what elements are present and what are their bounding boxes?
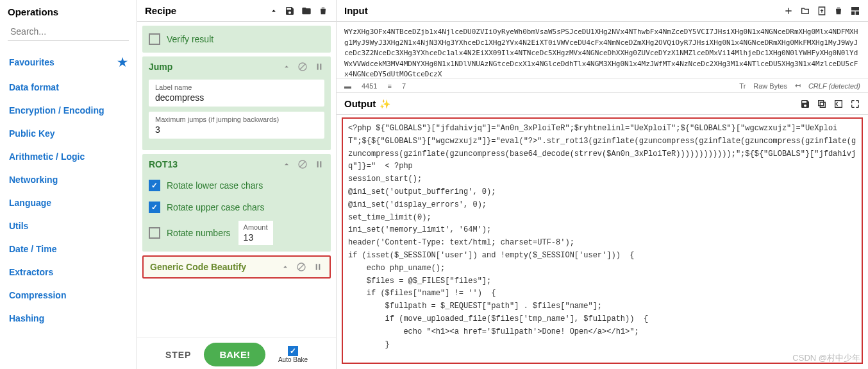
save-icon[interactable] xyxy=(285,6,295,16)
svg-rect-7 xyxy=(851,11,855,14)
category-label: Compression xyxy=(9,290,66,300)
category-arithmetic[interactable]: Arithmetic / Logic xyxy=(8,145,129,168)
jump-maxjumps-field[interactable]: Maximum jumps (if jumping backwards) 3 xyxy=(149,112,324,139)
category-label: Public Key xyxy=(9,128,55,139)
copy-icon[interactable] xyxy=(817,99,827,109)
chevron-up-icon[interactable] xyxy=(269,6,278,15)
field-label: Maximum jumps (if jumping backwards) xyxy=(155,116,318,123)
category-networking[interactable]: Networking xyxy=(8,168,129,191)
pause-icon[interactable] xyxy=(313,262,323,272)
line-count-icon: ≡ xyxy=(387,82,391,90)
rotate-upper-label: Rotate upper case chars xyxy=(167,202,265,212)
category-label: Hashing xyxy=(9,313,44,323)
output-textarea[interactable]: <?php ${"GLOBALS"}["jfdahivjq"]="An0n_3x… xyxy=(342,117,863,364)
category-label: Arithmetic / Logic xyxy=(9,151,85,162)
encoding-icon[interactable]: Tr xyxy=(739,82,746,90)
checkbox-checked[interactable] xyxy=(288,346,298,356)
open-folder-icon[interactable] xyxy=(800,6,810,16)
pause-icon[interactable] xyxy=(314,159,324,169)
open-file-icon[interactable] xyxy=(817,6,827,16)
category-label: Date / Time xyxy=(9,244,56,254)
maximize-icon[interactable] xyxy=(850,99,860,109)
trash-icon[interactable] xyxy=(318,6,328,16)
pause-icon[interactable] xyxy=(314,62,324,72)
field-value: 13 xyxy=(244,232,268,243)
operations-title: Operations xyxy=(8,6,129,17)
rotate-lower-label: Rotate lower case chars xyxy=(167,180,263,191)
add-tab-icon[interactable] xyxy=(783,6,794,16)
folder-icon[interactable] xyxy=(301,6,312,16)
step-button[interactable]: STEP xyxy=(165,350,192,360)
disable-icon[interactable] xyxy=(297,62,308,72)
checkbox-unchecked[interactable] xyxy=(149,227,160,239)
op-rot13[interactable]: ROT13 Rotate lower case chars Rotate upp… xyxy=(142,154,331,252)
rotate-numbers-label: Rotate numbers xyxy=(167,228,231,238)
category-label: Encryption / Encoding xyxy=(9,105,104,116)
auto-bake-toggle[interactable]: Auto Bake xyxy=(278,346,308,363)
input-title: Input xyxy=(344,5,368,16)
svg-rect-6 xyxy=(851,7,859,10)
amount-field[interactable]: Amount 13 xyxy=(238,221,273,245)
bake-button[interactable]: BAKE! xyxy=(204,343,265,366)
svg-rect-9 xyxy=(820,102,825,107)
checkbox-checked[interactable] xyxy=(149,180,160,191)
auto-bake-label: Auto Bake xyxy=(278,356,308,363)
recipe-body: Verify result Jump Label name decompress… xyxy=(137,22,336,337)
field-label: Amount xyxy=(244,223,268,231)
svg-rect-10 xyxy=(819,100,824,105)
category-encryption[interactable]: Encryption / Encoding xyxy=(8,99,129,122)
star-icon: ★ xyxy=(117,55,128,69)
category-extractors[interactable]: Extractors xyxy=(8,261,129,284)
jump-label-field[interactable]: Label name decompress xyxy=(149,80,324,107)
svg-line-1 xyxy=(300,64,305,69)
watermark: CSDN @村中少年 xyxy=(792,352,860,364)
category-label: Extractors xyxy=(9,267,53,277)
op-beautify-title: Generic Code Beautify xyxy=(150,262,246,272)
char-count-icon: ▬ xyxy=(344,82,351,90)
svg-line-5 xyxy=(299,264,304,270)
line-count: 7 xyxy=(402,82,406,90)
checkbox-unchecked[interactable] xyxy=(149,33,160,45)
category-label: Language xyxy=(9,198,51,208)
field-label: Label name xyxy=(155,83,318,91)
clear-icon[interactable] xyxy=(833,6,844,16)
input-textarea[interactable]: WYzXHg3OFx4NTBceDZjb1x4NjlceDU0ZVIiOyRye… xyxy=(337,22,868,78)
category-language[interactable]: Language xyxy=(8,191,129,214)
category-public-key[interactable]: Public Key xyxy=(8,122,129,145)
category-utils[interactable]: Utils xyxy=(8,214,129,237)
save-output-icon[interactable] xyxy=(800,99,810,109)
op-rot13-title: ROT13 xyxy=(149,159,178,169)
svg-line-3 xyxy=(300,162,305,167)
checkbox-checked[interactable] xyxy=(149,202,160,213)
svg-rect-8 xyxy=(856,11,859,14)
category-data-format[interactable]: Data format xyxy=(8,76,129,99)
op-jump[interactable]: Jump Label name decompress Maximum jumps… xyxy=(142,56,331,150)
category-hashing[interactable]: Hashing xyxy=(8,307,129,330)
chevron-up-icon[interactable] xyxy=(282,160,291,169)
category-label: Utils xyxy=(9,221,28,231)
category-favourites[interactable]: Favourites★ xyxy=(8,49,129,76)
category-label: Favourites xyxy=(9,57,54,67)
disable-icon[interactable] xyxy=(296,262,306,272)
replace-input-icon[interactable] xyxy=(833,99,844,109)
category-label: Data format xyxy=(9,82,59,92)
op-jump-title: Jump xyxy=(149,62,172,72)
input-section: Input WYzXHg3OFx4NTBceDZjb1x4NjlceDU0ZVI… xyxy=(337,0,868,93)
category-datetime[interactable]: Date / Time xyxy=(8,237,129,261)
chevron-up-icon[interactable] xyxy=(281,262,290,271)
op-beautify[interactable]: Generic Code Beautify xyxy=(142,255,331,279)
io-panel: Input WYzXHg3OFx4NTBceDZjb1x4NjlceDU0ZVI… xyxy=(337,0,868,369)
field-value: 3 xyxy=(155,124,318,135)
disable-icon[interactable] xyxy=(297,159,308,169)
field-value: decompress xyxy=(155,92,318,103)
op-verify-result[interactable]: Verify result xyxy=(142,26,331,53)
chevron-up-icon[interactable] xyxy=(282,62,291,71)
category-compression[interactable]: Compression xyxy=(8,284,129,307)
magic-icon[interactable]: ✨ xyxy=(380,99,390,109)
eol-label[interactable]: CRLF (detected) xyxy=(808,82,860,90)
reset-layout-icon[interactable] xyxy=(850,6,860,16)
output-title: Output xyxy=(344,98,376,109)
search-input[interactable] xyxy=(8,22,129,41)
output-section: Output ✨ <?php ${"GLOBALS"}["jfdahivjq"]… xyxy=(337,93,868,369)
raw-bytes-label[interactable]: Raw Bytes xyxy=(753,82,787,90)
